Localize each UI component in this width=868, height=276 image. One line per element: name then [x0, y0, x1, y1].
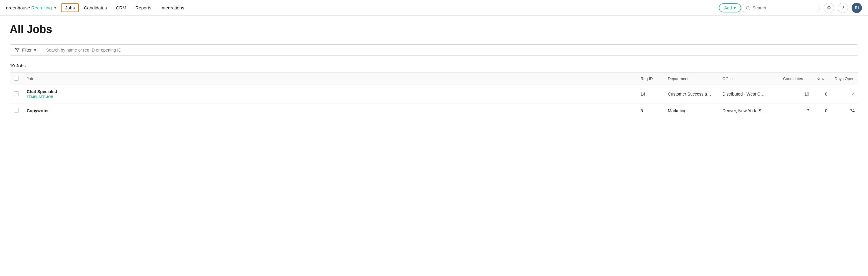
avatar[interactable]: RI [851, 3, 862, 13]
filter-bar: Filter ▾ [10, 44, 858, 56]
job-title: Copywriter [27, 108, 633, 113]
navbar: greenhouse Recruiting ▾ JobsCandidatesCR… [0, 0, 868, 16]
th-checkbox [10, 73, 23, 85]
th-job: Job [23, 73, 637, 85]
nav-link-reports[interactable]: Reports [131, 3, 156, 12]
th-office: Office [719, 73, 779, 85]
jobs-count: 19 Jobs [10, 63, 858, 68]
nav-link-crm[interactable]: CRM [112, 3, 130, 12]
row-checkbox-cell [10, 103, 23, 118]
nav-link-integrations[interactable]: Integrations [156, 3, 188, 12]
filter-search-input[interactable] [41, 44, 858, 56]
th-days-open: Days Open [831, 73, 858, 85]
row-department: Marketing [664, 103, 719, 118]
svg-marker-2 [15, 48, 19, 52]
help-button[interactable]: ? [838, 3, 848, 13]
jobs-count-number: 19 [10, 63, 15, 68]
table-row: Chat Specialist TEMPLATE JOB 14 Customer… [10, 85, 858, 103]
svg-point-0 [746, 6, 749, 9]
avatar-initials: RI [855, 5, 859, 10]
th-candidates: Candidates [779, 73, 813, 85]
search-input[interactable] [752, 5, 815, 10]
row-office: Distributed - West C… [719, 85, 779, 103]
filter-button[interactable]: Filter ▾ [10, 44, 41, 56]
table-body: Chat Specialist TEMPLATE JOB 14 Customer… [10, 85, 858, 118]
page-title: All Jobs [10, 23, 858, 36]
row-req-id: 14 [637, 85, 664, 103]
brand-chevron-icon: ▾ [54, 6, 56, 10]
nav-link-candidates[interactable]: Candidates [80, 3, 111, 12]
search-icon [746, 5, 750, 10]
row-new: 0 [813, 85, 831, 103]
row-days-open: 74 [831, 103, 858, 118]
svg-line-1 [749, 8, 750, 9]
filter-icon [15, 48, 20, 53]
search-bar[interactable] [741, 4, 820, 12]
gear-icon: ⚙ [827, 5, 831, 11]
filter-chevron-icon: ▾ [34, 48, 36, 53]
nav-link-jobs[interactable]: Jobs [61, 3, 79, 12]
th-department: Department [664, 73, 719, 85]
nav-right: ⚙ ? RI [741, 3, 862, 13]
row-candidates: 7 [779, 103, 813, 118]
add-label: Add [724, 5, 732, 10]
help-icon: ? [842, 5, 844, 11]
th-req-id: Req ID [637, 73, 664, 85]
nav-links: JobsCandidatesCRMReportsIntegrations [61, 3, 716, 12]
select-all-checkbox[interactable] [14, 76, 19, 81]
row-checkbox[interactable] [14, 108, 19, 113]
brand-logo[interactable]: greenhouse Recruiting ▾ [6, 5, 56, 10]
row-office: Denver, New York, S… [719, 103, 779, 118]
row-job[interactable]: Copywriter [23, 103, 637, 118]
settings-button[interactable]: ⚙ [824, 3, 834, 13]
row-candidates: 10 [779, 85, 813, 103]
page-container: All Jobs Filter ▾ 19 Jobs Job Req ID Dep… [0, 16, 868, 125]
row-new: 0 [813, 103, 831, 118]
row-checkbox[interactable] [14, 91, 19, 96]
row-checkbox-cell [10, 85, 23, 103]
job-title: Chat Specialist [27, 89, 633, 94]
jobs-count-label: Jobs [16, 63, 26, 68]
row-department: Customer Success a… [664, 85, 719, 103]
add-chevron-icon: ▾ [734, 5, 736, 10]
brand-greenhouse: greenhouse [6, 5, 30, 10]
brand-recruiting: Recruiting [31, 5, 52, 10]
row-job[interactable]: Chat Specialist TEMPLATE JOB [23, 85, 637, 103]
row-days-open: 4 [831, 85, 858, 103]
filter-label: Filter [22, 48, 32, 53]
table-header: Job Req ID Department Office Candidates … [10, 73, 858, 85]
job-badge: TEMPLATE JOB [27, 95, 53, 98]
jobs-table: Job Req ID Department Office Candidates … [10, 72, 858, 118]
row-req-id: 5 [637, 103, 664, 118]
table-row: Copywriter 5 Marketing Denver, New York,… [10, 103, 858, 118]
th-new: New [813, 73, 831, 85]
add-button[interactable]: Add ▾ [719, 3, 741, 12]
